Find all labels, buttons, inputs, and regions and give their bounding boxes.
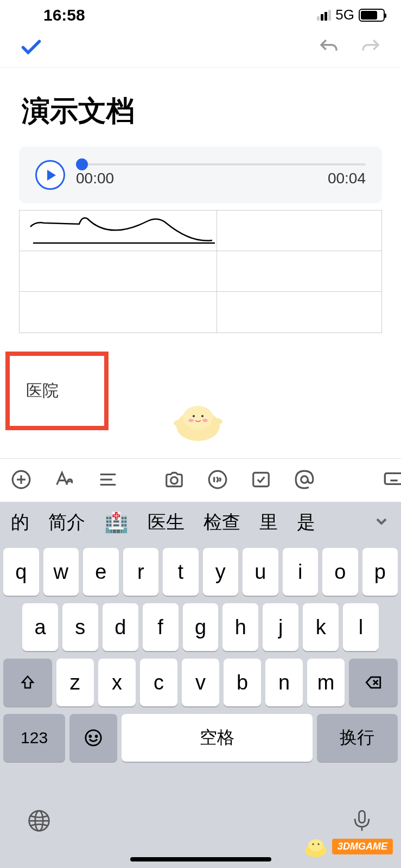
mic-button[interactable] bbox=[350, 809, 374, 835]
numeric-key[interactable]: 123 bbox=[3, 714, 65, 762]
svg-rect-33 bbox=[359, 811, 365, 823]
add-button[interactable] bbox=[11, 469, 31, 492]
status-time: 16:58 bbox=[43, 6, 85, 24]
suggestion-item[interactable]: 的 bbox=[11, 510, 29, 535]
emoji-key[interactable] bbox=[69, 714, 117, 762]
checklist-button[interactable] bbox=[251, 469, 271, 492]
key-e[interactable]: e bbox=[83, 548, 119, 596]
suggestion-emoji[interactable]: 🏥 bbox=[104, 511, 129, 534]
audio-track[interactable] bbox=[76, 163, 366, 165]
svg-point-27 bbox=[86, 730, 101, 745]
key-t[interactable]: t bbox=[163, 548, 199, 596]
redo-button[interactable] bbox=[359, 36, 382, 61]
suggestion-item[interactable]: 里 bbox=[259, 510, 278, 535]
mascot-icon bbox=[168, 399, 228, 442]
text-format-button[interactable] bbox=[54, 469, 75, 492]
svg-point-18 bbox=[301, 476, 308, 483]
watermark: 3DMGAME bbox=[302, 835, 393, 857]
svg-point-38 bbox=[317, 844, 319, 845]
backspace-key[interactable] bbox=[349, 659, 398, 706]
suggestion-item[interactable]: 医生 bbox=[148, 510, 184, 535]
key-a[interactable]: a bbox=[22, 603, 58, 651]
keyboard-suggestions: 的 简介 🏥 医生 检查 里 是 bbox=[0, 502, 401, 542]
key-z[interactable]: z bbox=[56, 659, 94, 706]
key-s[interactable]: s bbox=[62, 603, 98, 651]
key-o[interactable]: o bbox=[322, 548, 358, 596]
key-v[interactable]: v bbox=[182, 659, 219, 706]
align-button[interactable] bbox=[98, 469, 118, 492]
home-indicator[interactable] bbox=[130, 857, 271, 861]
suggestion-item[interactable]: 是 bbox=[297, 510, 315, 535]
keyboard-hide-button[interactable] bbox=[383, 469, 401, 493]
key-b[interactable]: b bbox=[224, 659, 261, 706]
key-r[interactable]: r bbox=[123, 548, 159, 596]
camera-button[interactable] bbox=[164, 469, 184, 492]
svg-point-6 bbox=[202, 419, 208, 422]
battery-icon bbox=[359, 9, 385, 22]
status-bar: 16:58 5G bbox=[0, 0, 401, 30]
shift-key[interactable] bbox=[3, 659, 52, 706]
voice-button[interactable] bbox=[207, 469, 228, 492]
svg-point-3 bbox=[193, 415, 195, 417]
svg-rect-17 bbox=[253, 473, 269, 486]
key-m[interactable]: m bbox=[307, 659, 345, 706]
key-h[interactable]: h bbox=[222, 603, 258, 651]
audio-player: 00:00 00:04 bbox=[19, 146, 382, 203]
key-y[interactable]: y bbox=[203, 548, 239, 596]
handwriting-doodle bbox=[28, 213, 218, 248]
undo-button[interactable] bbox=[317, 36, 340, 61]
highlighted-annotation[interactable]: 医院 bbox=[5, 352, 109, 430]
collapse-suggestions-button[interactable] bbox=[373, 513, 390, 532]
audio-duration: 00:04 bbox=[328, 170, 366, 187]
key-g[interactable]: g bbox=[183, 603, 219, 651]
document-title[interactable]: 演示文档 bbox=[0, 68, 401, 146]
key-x[interactable]: x bbox=[98, 659, 136, 706]
audio-current-time: 00:00 bbox=[76, 170, 114, 187]
key-f[interactable]: f bbox=[143, 603, 179, 651]
nav-bar bbox=[0, 30, 401, 68]
globe-button[interactable] bbox=[27, 809, 51, 835]
done-button[interactable] bbox=[19, 35, 43, 62]
key-l[interactable]: l bbox=[343, 603, 379, 651]
signal-icon bbox=[317, 10, 331, 21]
svg-point-2 bbox=[183, 406, 213, 430]
svg-point-37 bbox=[312, 844, 314, 845]
content-table[interactable] bbox=[19, 210, 382, 333]
svg-point-36 bbox=[308, 839, 323, 851]
key-u[interactable]: u bbox=[243, 548, 278, 596]
suggestion-item[interactable]: 检查 bbox=[203, 510, 240, 535]
svg-point-5 bbox=[188, 419, 194, 422]
svg-point-15 bbox=[171, 477, 178, 484]
key-n[interactable]: n bbox=[265, 659, 303, 706]
svg-point-7 bbox=[174, 420, 184, 426]
svg-point-29 bbox=[96, 736, 97, 737]
svg-point-28 bbox=[90, 736, 91, 737]
space-key[interactable]: 空格 bbox=[122, 714, 313, 762]
editor-toolbar bbox=[0, 458, 401, 502]
key-i[interactable]: i bbox=[283, 548, 319, 596]
key-w[interactable]: w bbox=[43, 548, 79, 596]
key-q[interactable]: q bbox=[3, 548, 39, 596]
svg-rect-19 bbox=[385, 473, 401, 484]
key-c[interactable]: c bbox=[140, 659, 177, 706]
key-d[interactable]: d bbox=[103, 603, 138, 651]
svg-point-8 bbox=[212, 418, 222, 425]
status-indicators: 5G bbox=[317, 7, 385, 23]
annotation-text: 医院 bbox=[26, 380, 59, 402]
enter-key[interactable]: 换行 bbox=[317, 714, 398, 762]
key-p[interactable]: p bbox=[362, 548, 398, 596]
watermark-text: 3DMGAME bbox=[332, 839, 393, 854]
suggestion-item[interactable]: 简介 bbox=[48, 510, 85, 535]
network-type: 5G bbox=[335, 7, 354, 23]
svg-point-4 bbox=[201, 415, 203, 417]
key-j[interactable]: j bbox=[263, 603, 298, 651]
key-k[interactable]: k bbox=[303, 603, 339, 651]
mention-button[interactable] bbox=[294, 469, 315, 492]
play-button[interactable] bbox=[35, 160, 65, 190]
